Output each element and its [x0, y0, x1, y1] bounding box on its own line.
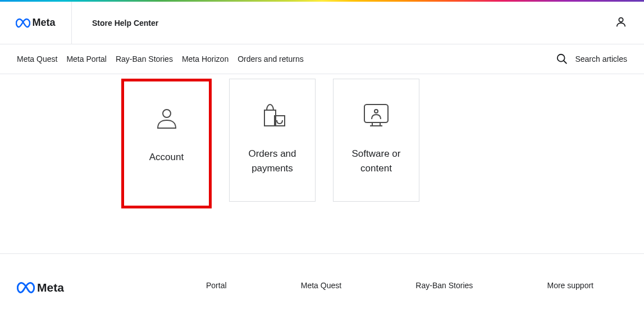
footer-links: Portal Meta Quest Ray-Ban Stories More s…: [206, 281, 627, 290]
svg-point-1: [558, 54, 565, 62]
search-label: Search articles: [575, 54, 627, 63]
footer-logo-text: Meta: [37, 281, 64, 294]
meta-infinity-icon: [16, 18, 30, 28]
search-button[interactable]: Search articles: [556, 53, 627, 65]
nav-item-meta-quest[interactable]: Meta Quest: [17, 54, 57, 63]
svg-point-0: [619, 17, 623, 21]
card-title: Account: [140, 150, 193, 165]
nav-item-meta-horizon[interactable]: Meta Horizon: [182, 54, 229, 63]
svg-line-2: [564, 61, 567, 64]
search-icon: [556, 53, 568, 65]
footer-link-meta-quest[interactable]: Meta Quest: [301, 281, 341, 290]
footer-link-ray-ban-stories[interactable]: Ray-Ban Stories: [415, 281, 473, 290]
software-icon: [362, 101, 390, 129]
footer-link-more-support[interactable]: More support: [547, 281, 593, 290]
shopping-bag-icon: [259, 101, 286, 129]
footer-link-portal[interactable]: Portal: [206, 281, 227, 290]
card-account[interactable]: Account: [121, 79, 212, 208]
nav-item-orders-returns[interactable]: Orders and returns: [237, 54, 304, 63]
svg-point-5: [374, 110, 378, 113]
nav-links: Meta Quest Meta Portal Ray-Ban Stories M…: [17, 54, 304, 63]
account-icon: [154, 104, 179, 132]
card-orders-payments[interactable]: Orders and payments: [229, 79, 316, 202]
profile-button[interactable]: [615, 16, 627, 30]
card-software-content[interactable]: Software or content: [333, 79, 419, 202]
meta-logo-box[interactable]: Meta: [0, 2, 72, 44]
meta-infinity-icon: [17, 281, 35, 294]
meta-logo-text: Meta: [32, 17, 55, 29]
meta-logo: Meta: [16, 17, 55, 29]
nav-item-ray-ban-stories[interactable]: Ray-Ban Stories: [116, 54, 173, 63]
svg-point-3: [163, 110, 171, 117]
nav-item-meta-portal[interactable]: Meta Portal: [66, 54, 107, 63]
header: Meta Store Help Center: [0, 2, 644, 44]
page-title: Store Help Center: [72, 19, 615, 28]
nav-bar: Meta Quest Meta Portal Ray-Ban Stories M…: [0, 44, 644, 74]
card-title: Orders and payments: [230, 147, 315, 175]
profile-icon: [615, 16, 627, 28]
card-title: Software or content: [334, 147, 419, 175]
footer-meta-logo[interactable]: Meta: [17, 281, 64, 294]
footer: Meta Portal Meta Quest Ray-Ban Stories M…: [0, 253, 644, 300]
content-cards: Account Orders and payments Software or …: [0, 74, 644, 253]
